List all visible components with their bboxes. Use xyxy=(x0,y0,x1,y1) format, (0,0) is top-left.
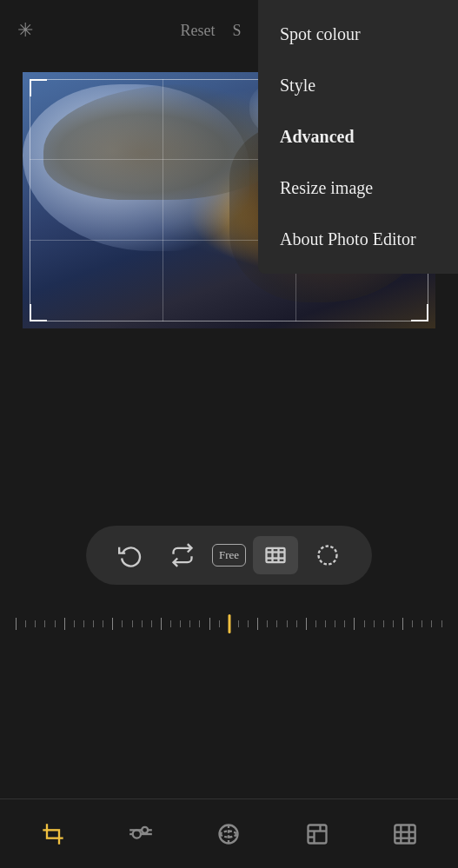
slider-tick xyxy=(412,620,413,627)
slider-area[interactable] xyxy=(0,602,458,646)
slider-tick xyxy=(344,620,345,627)
slider-tick xyxy=(267,620,268,627)
slider-tick xyxy=(93,620,94,627)
svg-rect-16 xyxy=(395,825,415,843)
svg-point-7 xyxy=(133,830,141,838)
menu-item-advanced[interactable]: Advanced xyxy=(258,111,458,162)
toolbar-pill: Free xyxy=(86,526,372,585)
svg-rect-15 xyxy=(308,825,326,843)
slider-tick xyxy=(325,620,326,627)
lasso-button[interactable] xyxy=(305,536,350,574)
nav-crop-button[interactable] xyxy=(32,813,74,855)
nav-adjust-button[interactable] xyxy=(120,813,162,855)
slider-tick xyxy=(209,618,210,630)
save-button[interactable]: S xyxy=(232,22,241,40)
slider-tick xyxy=(103,620,103,627)
slider-tick xyxy=(122,620,123,627)
slider-tick xyxy=(441,620,442,627)
slider-tick xyxy=(287,620,288,627)
slider-tick xyxy=(257,618,258,630)
slider-tick xyxy=(374,620,375,627)
slider-tick xyxy=(83,620,84,627)
flip-button[interactable] xyxy=(160,536,205,574)
menu-item-about[interactable]: About Photo Editor xyxy=(258,214,458,265)
slider-thumb[interactable] xyxy=(228,614,230,633)
nav-more-button[interactable] xyxy=(384,813,426,855)
menu-item-spot-colour[interactable]: Spot colour xyxy=(258,9,458,60)
slider-tick xyxy=(364,620,365,627)
slider-tick xyxy=(25,620,26,627)
header-left: ✳ xyxy=(17,19,33,42)
slider-tick xyxy=(151,620,152,627)
sparkle-icon[interactable]: ✳ xyxy=(17,19,33,42)
slider-tick xyxy=(219,620,220,627)
menu-item-style[interactable]: Style xyxy=(258,60,458,111)
slider-tick xyxy=(161,618,162,630)
slider-tick xyxy=(189,620,190,627)
slider-tick xyxy=(64,618,65,630)
slider-tick xyxy=(238,620,239,627)
slider-tick xyxy=(335,620,335,627)
slider-tick xyxy=(296,620,297,627)
slider-tick xyxy=(306,618,307,630)
slider-tick xyxy=(276,620,277,627)
rotate-button[interactable] xyxy=(108,536,153,574)
slider-tick xyxy=(421,620,422,627)
header-center: Reset S xyxy=(180,22,241,40)
slider-tick xyxy=(315,620,316,627)
slider-tick xyxy=(55,620,56,627)
dropdown-menu: Spot colour Style Advanced Resize image … xyxy=(258,0,458,274)
slider-tick xyxy=(170,620,171,627)
svg-rect-0 xyxy=(267,548,285,562)
slider-tick xyxy=(180,620,181,627)
svg-point-8 xyxy=(142,826,148,832)
slider-tick xyxy=(74,620,75,627)
middle-space xyxy=(0,339,458,513)
slider-tick xyxy=(383,620,384,627)
slider-tick xyxy=(199,620,200,627)
reset-button[interactable]: Reset xyxy=(180,22,215,40)
menu-item-resize-image[interactable]: Resize image xyxy=(258,162,458,214)
toolbar: Free xyxy=(0,513,458,598)
nav-sticker-button[interactable] xyxy=(296,813,338,855)
slider-tick xyxy=(16,618,17,630)
slider-tick xyxy=(393,620,394,627)
slider-tick xyxy=(354,618,355,630)
slider-tick xyxy=(132,620,133,627)
slider-tick xyxy=(431,620,432,627)
svg-rect-6 xyxy=(47,830,59,838)
slider-tick xyxy=(142,620,143,627)
slider-tick xyxy=(112,618,113,630)
slider-tick xyxy=(44,620,45,627)
svg-point-5 xyxy=(319,547,337,565)
nav-filter-button[interactable] xyxy=(208,813,249,855)
free-crop-button[interactable]: Free xyxy=(212,544,246,567)
slider-tick xyxy=(35,620,36,627)
slider-tick xyxy=(402,618,403,630)
bottom-nav xyxy=(0,798,458,868)
slider-tick xyxy=(248,620,249,627)
aspect-ratio-button[interactable] xyxy=(253,536,298,574)
